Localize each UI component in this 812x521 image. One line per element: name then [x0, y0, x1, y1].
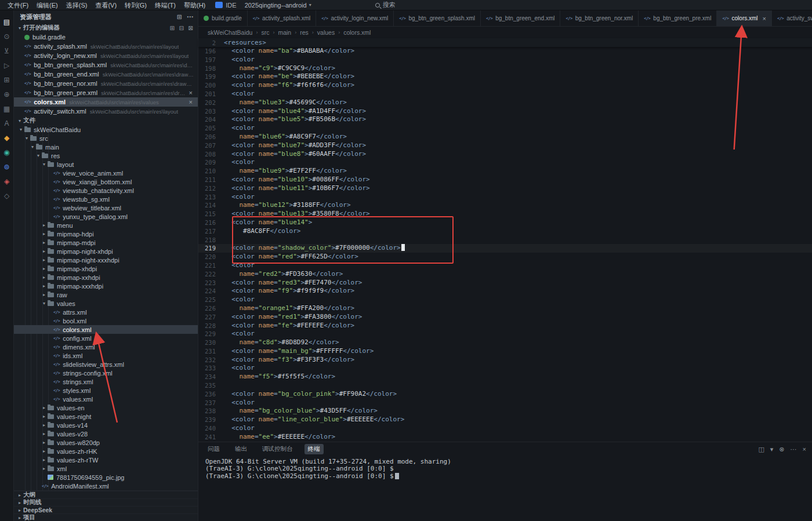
code-line[interactable]: 236 <color name="bg_color_pink">#FF90A2<… — [198, 390, 812, 399]
code-line[interactable]: 214 name="blue12">#3188FF</color> — [198, 201, 812, 210]
open-editor-item[interactable]: bg_btn_green_pre.xmlskWeiChatBaidu\src\m… — [14, 88, 198, 97]
code-line[interactable]: 203 <color name="blue4">#A1D4FF</color> — [198, 107, 812, 116]
code-line[interactable]: 223 <color name="red3">#FE7470</color> — [198, 279, 812, 287]
tree-item[interactable]: ▸values-zh-rHK — [14, 447, 198, 456]
tree-item[interactable]: bool.xml — [14, 316, 198, 325]
code-line[interactable]: 235 — [198, 381, 812, 390]
tree-item[interactable]: ▸mipmap-hdpi — [14, 229, 198, 238]
global-search[interactable]: 搜索 — [375, 1, 396, 9]
code-line[interactable]: 226 name="orange1">#FFA200</color> — [198, 304, 812, 313]
open-editors-header[interactable]: ▾ 打开的编辑器 ⊞⊟⊠ — [14, 23, 198, 32]
code-line[interactable]: 216 <color name="blue14"> — [198, 218, 812, 227]
code-line[interactable]: 240 <color — [198, 424, 812, 433]
tab-bg_btn_green_end-xml[interactable]: bg_btn_green_end.xml — [481, 10, 560, 26]
tab-build-gradle[interactable]: build.gradle — [198, 10, 248, 26]
breadcrumb-item[interactable]: main — [278, 29, 291, 36]
tree-item[interactable]: ▸menu — [14, 221, 198, 229]
tree-item[interactable]: ▸mipmap-xxhdpi — [14, 273, 198, 282]
code-line[interactable]: 196 <color name="ba">#BABABA</color> — [198, 47, 812, 56]
code-line[interactable]: 219 <color name="shadow_color">#7F000000… — [198, 244, 812, 253]
code-line[interactable]: 202 name="blue3">#45699C</color> — [198, 99, 812, 107]
trash-icon[interactable]: ⊗ — [779, 446, 784, 453]
close-panel-icon[interactable]: × — [803, 446, 806, 453]
tree-item[interactable]: webview_titlebar.xml — [14, 203, 198, 212]
code-line[interactable]: 237 <color — [198, 399, 812, 407]
run-debug-icon[interactable]: ▷ — [0, 58, 14, 72]
code-line[interactable]: 199 <color name="be">#BEBEBE</color> — [198, 72, 812, 81]
new-untitled-editor-icon[interactable]: ⊞ — [170, 24, 175, 31]
tree-item[interactable]: ▸mipmap-night-xxxhdpi — [14, 256, 198, 264]
plugin-blue-icon[interactable]: ⊚ — [0, 159, 14, 174]
tab-bg_btn_green_splash-xml[interactable]: bg_btn_green_splash.xml — [394, 10, 481, 26]
testing-icon[interactable]: ⊕ — [0, 87, 14, 101]
tree-item[interactable]: values.xml — [14, 395, 198, 403]
code-line[interactable]: 206 name="blue6">#A8C9F7</color> — [198, 133, 812, 141]
code-line[interactable]: 200 <color name="f6">#f6f6f6</color> — [198, 81, 812, 90]
code-lines[interactable]: 196 <color name="ba">#BABABA</color>197 … — [198, 47, 812, 442]
close-icon[interactable]: × — [187, 99, 194, 105]
breadcrumb-item[interactable]: skWeiChatBaidu — [208, 29, 252, 36]
tree-item[interactable]: ▾values — [14, 299, 198, 308]
source-control-icon[interactable]: ⊻ — [0, 43, 14, 58]
tree-item[interactable]: ▾src — [14, 134, 198, 143]
tab-activity_login_new-xml[interactable]: activity_login_new.xml — [316, 10, 394, 26]
code-line[interactable]: 224 <color name="f9">#f9f9f9</color> — [198, 287, 812, 296]
code-line[interactable]: 205 <color — [198, 124, 812, 133]
code-line[interactable]: 201 <color — [198, 90, 812, 99]
tree-item[interactable]: ▸values-v28 — [14, 429, 198, 438]
code-line[interactable]: 210 name="blue9">#E7F2FF</color> — [198, 167, 812, 176]
sidebar-section-0[interactable]: ▸大纲 — [14, 491, 198, 498]
tree-item[interactable]: ▸values-v14 — [14, 421, 198, 429]
tree-item[interactable]: ▸mipmap-xhdpi — [14, 264, 198, 273]
code-line[interactable]: 233 <color — [198, 364, 812, 373]
tab-activity_switch-xml[interactable]: activity_switch.xml — [772, 10, 812, 26]
open-editor-item[interactable]: bg_btn_green_splash.xmlskWeiChatBaidu\sr… — [14, 60, 198, 70]
open-editor-item[interactable]: build.gradle — [14, 32, 198, 42]
open-editor-item[interactable]: bg_btn_green_nor.xmlskWeiChatBaidu\src\m… — [14, 79, 198, 88]
code-line[interactable]: 227 <color name="red1">#FA3800</color> — [198, 313, 812, 322]
code-line[interactable]: 241 name="ee">#EEEEEE</color> — [198, 433, 812, 442]
close-all-editors-icon[interactable]: ⊠ — [188, 24, 193, 31]
more-panel-actions-icon[interactable]: ⋯ — [791, 446, 797, 453]
code-line[interactable]: 220 <color name="red">#FF625D</color> — [198, 253, 812, 261]
tree-item[interactable]: ▾skWeiChatBaidu — [14, 125, 198, 134]
close-icon[interactable]: × — [187, 89, 194, 96]
menu-item-1[interactable]: 编辑(E) — [32, 0, 62, 10]
font-tool-icon[interactable]: A — [0, 116, 14, 130]
tree-item[interactable]: config.xml — [14, 334, 198, 343]
tree-item[interactable]: ▸values-zh-rTW — [14, 456, 198, 464]
sidebar-section-3[interactable]: ▸项目 — [14, 513, 198, 521]
tree-item[interactable]: yunxu_type_dialog.xml — [14, 212, 198, 221]
tab-bg_btn_green_nor-xml[interactable]: bg_btn_green_nor.xml — [560, 10, 639, 26]
code-line[interactable]: 238 name="bg_color_blue">#43D5FF</color> — [198, 407, 812, 416]
code-line[interactable]: 231 <color name="main_bg">#FFFFFF</color… — [198, 347, 812, 356]
tree-item[interactable]: ▸xml — [14, 464, 198, 473]
menu-item-5[interactable]: 终端(T) — [151, 0, 180, 10]
code-line[interactable]: 217 #8AC8FF</color> — [198, 227, 812, 236]
code-line[interactable]: 221 <color — [198, 261, 812, 270]
tab-bg_btn_green_pre-xml[interactable]: bg_btn_green_pre.xml — [639, 10, 717, 26]
tree-item[interactable]: ▸values-en — [14, 403, 198, 412]
project-selector[interactable]: 2025qingting--android ▾ — [245, 2, 311, 9]
breadcrumb-item[interactable]: values — [317, 29, 335, 36]
code-line[interactable]: 230 name="c8d">#8D8D92</color> — [198, 338, 812, 347]
code-line[interactable]: 215 <color name="blue13">#3580F8</color> — [198, 210, 812, 218]
code-line[interactable]: 213 <color — [198, 193, 812, 202]
tree-item[interactable]: view_xiangji_bottom.xml — [14, 177, 198, 186]
tree-item[interactable]: styles.xml — [14, 386, 198, 395]
maximize-panel-icon[interactable]: ▾ — [770, 446, 774, 453]
new-file-icon[interactable]: ⊞ — [177, 13, 182, 21]
open-editor-item[interactable]: activity_splash.xmlskWeiChatBaidu\src\ma… — [14, 42, 198, 51]
tree-item[interactable]: attrs.xml — [14, 308, 198, 316]
breadcrumb-item[interactable]: colors.xml — [343, 29, 371, 36]
code-line[interactable]: 239 <color name="line_color_blue">#EEEEE… — [198, 416, 812, 424]
code-line[interactable]: 208 <color name="blue8">#60AAFF</color> — [198, 150, 812, 159]
tree-item[interactable]: ▸mipmap-night-xhdpi — [14, 247, 198, 256]
code-line[interactable]: 228 <color name="fe">#FEFEFE</color> — [198, 322, 812, 330]
code-line[interactable]: 212 <color name="blue11">#10B6F7</color> — [198, 184, 812, 193]
code-line[interactable]: 197 <color — [198, 56, 812, 64]
plugin-gray-icon[interactable]: ◇ — [0, 188, 14, 203]
tree-item[interactable]: ▸mipmap-xxxhdpi — [14, 282, 198, 290]
extensions-icon[interactable]: ⊞ — [0, 72, 14, 87]
split-terminal-icon[interactable]: ◫ — [758, 446, 764, 453]
